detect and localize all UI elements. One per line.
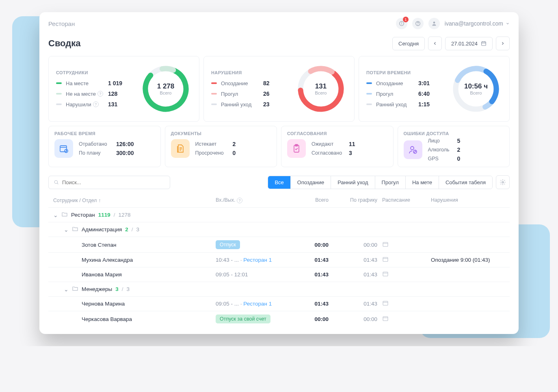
card-violations-title: НАРУШЕНИЯ [211, 70, 270, 75]
chevron-down-icon[interactable]: ⌄ [64, 226, 69, 233]
cell-total: 00:00 [293, 242, 333, 248]
chevron-down-icon[interactable]: ⌄ [53, 212, 58, 218]
card-violations: НАРУШЕНИЯ Опоздание82 Прогул26 Ранний ух… [203, 56, 355, 122]
folder-icon [61, 211, 68, 219]
clipboard-check-icon [287, 139, 306, 158]
ae-face-value: 5 [457, 138, 461, 144]
stat-violated-value: 131 [108, 101, 117, 108]
loss-late-label: Опоздание [376, 80, 414, 86]
chevron-right-icon [500, 41, 505, 46]
tab-events[interactable]: События табеля [439, 176, 492, 189]
donut-timeloss: 10:56 чВсего [450, 63, 502, 115]
th-bysched[interactable]: По графику [333, 197, 382, 203]
svg-line-31 [57, 183, 58, 184]
svg-point-27 [411, 146, 414, 150]
th-total[interactable]: Всего [293, 197, 333, 203]
worktime-plan-value: 300:00 [116, 150, 134, 156]
help-icon[interactable] [412, 18, 424, 29]
svg-point-2 [402, 22, 402, 23]
chevron-left-icon [433, 41, 437, 46]
group-present: 3 [115, 286, 119, 292]
ae-gps-label: GPS [428, 156, 453, 162]
ae-gps-value: 0 [457, 155, 461, 162]
group-row[interactable]: ⌄ Администрация 2 / 3 [48, 222, 510, 237]
stat-absent-label: Не на месте? [66, 91, 104, 97]
employee-name: Мухина Александра [53, 257, 216, 263]
ae-alcohol-label: Алкоголь [428, 147, 453, 153]
employee-row[interactable]: Мухина Александра 10:43 - ... · Ресторан… [48, 252, 510, 267]
donut-employees: 1 278Всего [140, 63, 192, 115]
svg-rect-6 [482, 42, 486, 45]
info-icon[interactable]: 1 [396, 18, 407, 29]
search-icon [54, 179, 59, 185]
user-email-label: ivana@targcontrol.com [445, 20, 503, 27]
employee-name: Иванова Мария [53, 271, 216, 278]
th-employee[interactable]: Сотрудник / Отдел ↑ [53, 197, 216, 203]
loss-absence-value: 6:40 [418, 90, 430, 97]
th-schedule[interactable]: Расписание [382, 197, 431, 203]
document-icon [171, 139, 190, 158]
group-row[interactable]: ⌄ Ресторан 1119 / 1278 [48, 207, 510, 222]
employee-row[interactable]: Иванова Мария 09:05 - 12:01 01:43 01:43 [48, 267, 510, 282]
cell-sched: 01:43 [333, 257, 382, 263]
stat-late-value: 82 [263, 80, 270, 86]
cell-inout: 10:43 - ... · [216, 257, 243, 263]
employee-row[interactable]: Черкасова Варвара Отпуск за свой счет 00… [48, 311, 510, 327]
docs-overdue-label: Просрочено [195, 150, 229, 156]
svg-rect-37 [383, 272, 388, 276]
table-header: Сотрудник / Отдел ↑ Вх./Вых. ? Всего По … [39, 193, 519, 207]
status-tag: Отпуск [216, 240, 240, 249]
tab-late[interactable]: Опоздание [291, 176, 331, 189]
prev-date-button[interactable] [428, 37, 442, 50]
stat-present-label: На месте [66, 80, 104, 86]
group-name: Ресторан [71, 212, 95, 218]
stat-absent-value: 128 [108, 90, 117, 97]
cell-sched: 00:00 [333, 316, 382, 322]
chevron-down-icon[interactable]: ⌄ [64, 286, 69, 293]
date-picker[interactable]: 27.01.2024 [445, 37, 493, 50]
settings-button[interactable] [496, 175, 510, 189]
employee-name: Чернова Марина [53, 301, 216, 307]
card-documents: ДОКУМЕНТЫ Истекает2 Просрочено0 [165, 126, 277, 167]
docs-expiring-value: 2 [233, 141, 236, 147]
cell-inout: 09:05 - 12:01 [216, 271, 293, 278]
help-icon[interactable]: ? [237, 198, 242, 203]
user-menu[interactable]: ivana@targcontrol.com [445, 20, 510, 27]
th-violations[interactable]: Нарушения [431, 197, 505, 203]
donut-violations-value: 131 [315, 82, 327, 90]
th-inout[interactable]: Вх./Вых. ? [216, 197, 293, 203]
search-field[interactable] [62, 179, 165, 185]
svg-rect-41 [383, 317, 388, 321]
search-input[interactable] [48, 176, 170, 189]
help-icon[interactable]: ? [97, 91, 103, 97]
donut-employees-value: 1 278 [157, 82, 175, 90]
cell-location: Ресторан 1 [243, 301, 272, 307]
next-date-button[interactable] [496, 37, 510, 50]
cell-total: 01:43 [293, 257, 333, 263]
group-row[interactable]: ⌄ Менеджеры 3 / 3 [48, 282, 510, 296]
svg-line-29 [414, 151, 416, 153]
tab-onsite[interactable]: На мете [406, 176, 439, 189]
help-icon[interactable]: ? [93, 101, 99, 107]
employee-row[interactable]: Чернова Марина 09:05 - ... · Ресторан 1 … [48, 296, 510, 311]
cell-sched: 01:43 [333, 301, 382, 307]
donut-violations-sub: Всего [315, 90, 327, 95]
schedule-icon[interactable] [382, 315, 431, 323]
svg-rect-39 [383, 301, 388, 305]
tab-all[interactable]: Все [268, 176, 290, 189]
schedule-icon[interactable] [382, 256, 431, 264]
schedule-icon[interactable] [382, 241, 431, 249]
folder-icon [72, 226, 78, 233]
schedule-icon[interactable] [382, 300, 431, 308]
tab-absence[interactable]: Прогул [375, 176, 406, 189]
chevron-down-icon [506, 22, 510, 26]
employee-row[interactable]: Зотов Степан Отпуск 00:00 00:00 [48, 237, 510, 252]
group-name: Администрация [82, 226, 122, 233]
employee-name: Зотов Степан [53, 242, 216, 248]
calendar-icon [54, 139, 73, 158]
worktime-plan-label: По плану [79, 150, 112, 156]
today-button[interactable]: Сегодня [392, 37, 425, 50]
cell-sched: 01:43 [333, 271, 382, 278]
tab-earlyleave[interactable]: Ранний уход [331, 176, 375, 189]
schedule-icon[interactable] [382, 271, 431, 278]
